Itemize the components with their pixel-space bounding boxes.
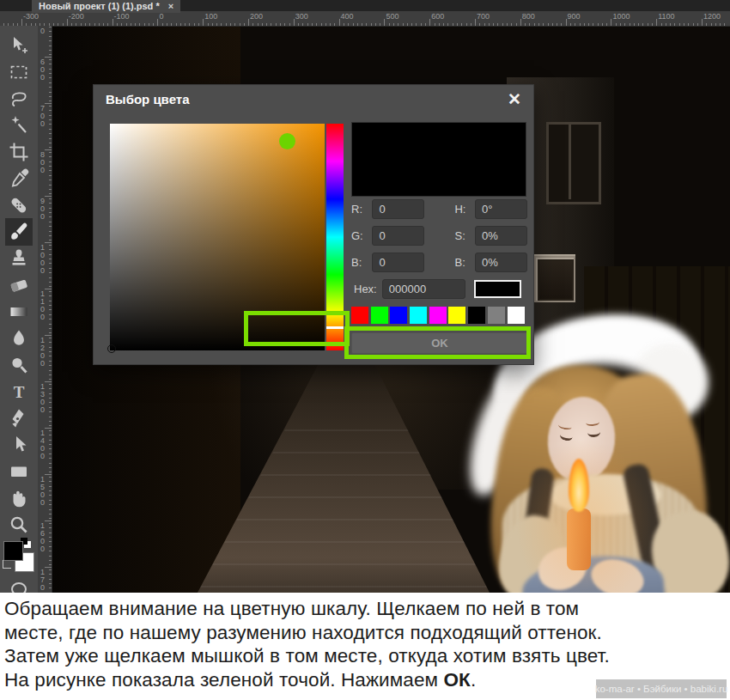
- ruler-tick: [49, 268, 52, 269]
- ruler-tick: [630, 23, 630, 26]
- rectangular-marquee-tool[interactable]: [8, 61, 30, 83]
- ruler-tick: [49, 119, 52, 120]
- ruler-tick: [661, 23, 662, 26]
- magic-wand-tool[interactable]: [8, 114, 30, 137]
- ruler-label: 600: [431, 12, 444, 21]
- ruler-tick: [139, 23, 140, 26]
- ruler-tick: [208, 23, 209, 26]
- ruler-tick: [276, 23, 277, 26]
- ruler-label: 1200: [703, 12, 721, 21]
- g-input[interactable]: [372, 226, 424, 246]
- ruler-tick: [316, 23, 317, 26]
- ruler-tick: [49, 272, 52, 273]
- ruler-tick: [461, 23, 462, 26]
- s-input[interactable]: [475, 226, 527, 246]
- ruler-tick: [49, 374, 52, 375]
- ruler-tick: [49, 254, 52, 255]
- ruler-tick: [302, 23, 303, 26]
- ruler-tick: [49, 152, 52, 153]
- lasso-tool[interactable]: [8, 88, 30, 110]
- preset-swatch[interactable]: [488, 307, 505, 324]
- preset-swatch[interactable]: [390, 307, 407, 324]
- ruler-tick: [516, 23, 517, 26]
- brush-tool[interactable]: [8, 221, 30, 243]
- ruler-tick: [49, 388, 52, 389]
- rectangle-shape-tool[interactable]: [8, 460, 30, 483]
- dialog-close-icon[interactable]: ✕: [508, 89, 521, 109]
- ruler-tick: [49, 161, 52, 162]
- ruler-tick: [49, 477, 52, 478]
- ruler-tick: [49, 59, 52, 60]
- ruler-tick-major: [45, 335, 52, 336]
- ruler-tick: [49, 338, 52, 338]
- spot-healing-tool[interactable]: [8, 194, 30, 216]
- ruler-tick: [411, 23, 412, 26]
- ruler-tick: [49, 295, 52, 296]
- ruler-tick: [588, 23, 589, 26]
- ruler-tick: [493, 23, 494, 26]
- ruler-tick-major: [294, 19, 295, 26]
- ruler-tick: [149, 23, 149, 26]
- ruler-tick: [548, 23, 549, 26]
- hand-tool[interactable]: [8, 487, 30, 509]
- ruler-tick: [49, 533, 52, 533]
- picker-cursor[interactable]: [107, 344, 116, 353]
- r-label: R:: [351, 203, 372, 216]
- ruler-tick: [89, 23, 90, 26]
- preset-swatch[interactable]: [371, 307, 388, 324]
- ruler-tick: [688, 23, 689, 26]
- ruler-tick: [49, 430, 52, 431]
- ruler-tick: [49, 96, 52, 97]
- ruler-tick: [49, 351, 52, 352]
- b-hsb-input[interactable]: [475, 253, 527, 272]
- preset-swatch[interactable]: [429, 307, 447, 324]
- dodge-tool[interactable]: [8, 354, 30, 376]
- ruler-tick: [49, 556, 52, 557]
- preset-swatch[interactable]: [468, 307, 485, 324]
- clone-stamp-tool[interactable]: [8, 247, 30, 270]
- ruler-tick-major: [45, 381, 52, 382]
- ruler-tick-major: [566, 19, 567, 26]
- document-tab[interactable]: Новый проект (1) (1).psd * ×: [32, 0, 180, 13]
- eraser-tool[interactable]: [8, 274, 30, 296]
- preset-swatch[interactable]: [351, 307, 368, 324]
- b-rgb-input[interactable]: [372, 253, 424, 272]
- preset-swatch[interactable]: [410, 307, 427, 324]
- h-input[interactable]: [475, 199, 527, 219]
- ruler-tick: [471, 23, 471, 26]
- eyedropper-tool[interactable]: [8, 167, 30, 190]
- crop-tool[interactable]: [8, 141, 30, 163]
- ruler-tick: [466, 23, 467, 26]
- preset-swatch[interactable]: [508, 307, 525, 324]
- ruler-tick: [49, 509, 52, 510]
- ruler-tick: [49, 27, 52, 27]
- ruler-tick: [49, 106, 52, 107]
- hex-input[interactable]: [382, 279, 465, 299]
- ruler-tick-major: [67, 19, 68, 26]
- ruler-tick: [76, 23, 76, 26]
- ruler-tick: [49, 143, 52, 143]
- blur-tool[interactable]: [8, 327, 30, 350]
- preset-swatch[interactable]: [448, 307, 465, 324]
- type-tool[interactable]: T: [8, 380, 30, 403]
- ruler-tick: [121, 23, 122, 26]
- tab-close-icon[interactable]: ×: [168, 1, 173, 11]
- ruler-tick-major: [45, 242, 52, 243]
- foreground-color-swatch[interactable]: [3, 541, 23, 561]
- ruler-tick: [693, 23, 694, 26]
- swap-colors-icon[interactable]: [3, 560, 11, 569]
- ruler-tick: [49, 115, 52, 116]
- ruler-tick: [425, 23, 426, 26]
- ruler-tick: [49, 504, 52, 505]
- r-input[interactable]: [372, 199, 424, 219]
- rgb-hsb-row: B: B:: [351, 253, 527, 272]
- move-tool[interactable]: [8, 34, 30, 57]
- ruler-label: 1100: [658, 12, 674, 21]
- pen-tool[interactable]: [8, 407, 30, 429]
- ruler-label: 1 3 0 0: [40, 383, 45, 414]
- ruler-tick: [49, 54, 52, 55]
- zoom-tool[interactable]: [8, 514, 30, 536]
- gradient-tool[interactable]: [8, 301, 30, 323]
- vertical-ruler: 5 0 06 0 07 0 08 0 09 0 01 0 0 01 1 0 01…: [38, 26, 52, 593]
- path-select-tool[interactable]: [8, 434, 30, 456]
